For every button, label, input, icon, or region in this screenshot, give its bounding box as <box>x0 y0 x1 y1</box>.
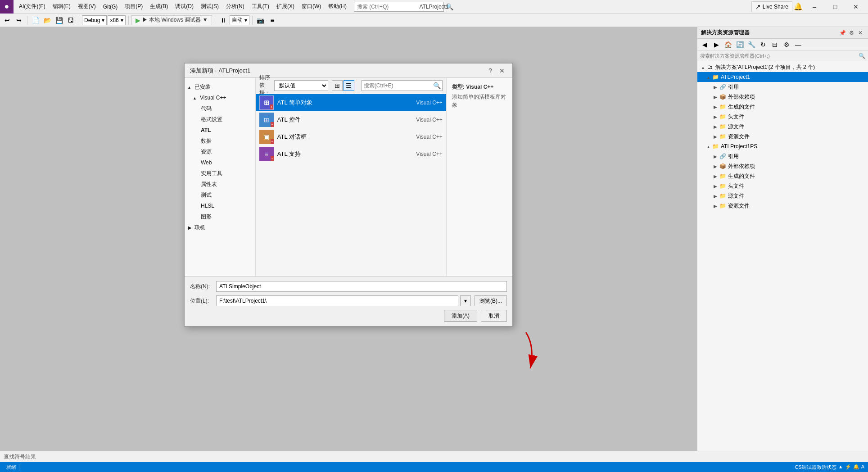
sidebar-property-sheet[interactable]: 属性表 <box>185 179 255 190</box>
sidebar-resources[interactable]: 资源 <box>185 146 255 157</box>
sol-home-button[interactable]: 🏠 <box>723 39 733 50</box>
tree-ps-source[interactable]: ▶ 📁 源文件 <box>697 191 868 201</box>
sidebar-online[interactable]: ▶ 联机 <box>185 222 255 233</box>
start-debug-button[interactable]: ▶ ▶ 本地 Windows 调试器 ▼ <box>131 15 212 25</box>
tree-ps-header[interactable]: ▶ 📁 头文件 <box>697 181 868 191</box>
platform-dropdown[interactable]: x86 ▾ <box>108 15 125 25</box>
name-input[interactable] <box>216 281 507 292</box>
menu-window[interactable]: 窗口(W) <box>298 1 325 12</box>
tree-external-deps[interactable]: ▶ 📦 外部依赖项 <box>697 92 868 102</box>
tree-generated-files[interactable]: ▶ 📁 生成的文件 <box>697 102 868 112</box>
panel-settings-button[interactable]: ⚙ <box>847 29 855 37</box>
tree-atlproject1ps[interactable]: ▴ 📁 ATLProject1PS <box>697 141 868 151</box>
undo-button[interactable]: ↩ <box>2 15 13 26</box>
tree-references[interactable]: ▶ 🔗 引用 <box>697 82 868 92</box>
atl-control-label: ATL 控件 <box>277 116 398 124</box>
solution-panel-title-bar: 解决方案资源管理器 📌 ⚙ ✕ <box>697 27 868 39</box>
camera-button[interactable]: 📷 <box>255 15 266 26</box>
sidebar-code[interactable]: 代码 <box>185 103 255 114</box>
atl-dialog-label: ATL 对话框 <box>277 133 398 141</box>
main-area: 添加新项 - ATLProject1 ? ✕ ▴ 已安装 <box>0 27 868 451</box>
pin-button[interactable]: 📌 <box>838 29 846 37</box>
sol-filter-button[interactable]: 🔧 <box>746 39 757 50</box>
solution-search-input[interactable] <box>700 51 859 60</box>
pause-button[interactable]: ⏸ <box>218 15 229 26</box>
grid-view-button[interactable]: ⊞ <box>332 80 343 91</box>
tree-ps-external-deps[interactable]: ▶ 📦 外部依赖项 <box>697 161 868 171</box>
sidebar-data[interactable]: 数据 <box>185 136 255 146</box>
red-arrow-svg <box>512 328 544 377</box>
menu-analyze[interactable]: 分析(N) <box>222 1 248 12</box>
sidebar-utility[interactable]: 实用工具 <box>185 168 255 179</box>
list-view-button[interactable]: ☰ <box>344 80 354 91</box>
tree-source-files[interactable]: ▶ 📁 源文件 <box>697 122 868 132</box>
sol-settings-button[interactable]: ⚙ <box>781 39 792 50</box>
maximize-button[interactable]: □ <box>825 0 845 14</box>
tree-header-files[interactable]: ▶ 📁 头文件 <box>697 112 868 122</box>
sort-dropdown[interactable]: 默认值 <box>274 80 328 91</box>
menu-extensions[interactable]: 扩展(X) <box>273 1 298 12</box>
tree-ps-resource[interactable]: ▶ 📁 资源文件 <box>697 201 868 211</box>
menu-test[interactable]: 测试(S) <box>197 1 222 12</box>
close-button[interactable]: ✕ <box>845 0 866 14</box>
tree-ps-generated[interactable]: ▶ 📁 生成的文件 <box>697 171 868 181</box>
solution-panel-toolbar: ◀ ▶ 🏠 🔄 🔧 ↻ ⊟ ⚙ — <box>697 39 868 50</box>
solution-root[interactable]: ▴ 🗂 解决方案'ATLProject1'(2 个项目，共 2 个) <box>697 62 868 72</box>
save-all-button[interactable]: 🖫 <box>65 15 76 26</box>
open-file-button[interactable]: 📂 <box>42 15 53 26</box>
menu-view[interactable]: 视图(V) <box>74 1 99 12</box>
minimize-button[interactable]: – <box>804 0 825 14</box>
add-button[interactable]: 添加(A) <box>444 310 477 322</box>
item-atl-simple-object[interactable]: ⊞ + ATL 简单对象 Visual C++ <box>256 94 446 111</box>
sol-refresh-button[interactable]: ↻ <box>758 39 769 50</box>
menu-project[interactable]: 项目(P) <box>121 1 146 12</box>
location-dropdown-button[interactable]: ▾ <box>460 295 471 306</box>
sidebar-test[interactable]: 测试 <box>185 190 255 200</box>
sol-collapse-button[interactable]: ⊟ <box>769 39 780 50</box>
item-atl-control[interactable]: ⊞ + ATL 控件 Visual C++ <box>256 111 446 128</box>
sidebar-web[interactable]: Web <box>185 157 255 168</box>
location-input[interactable] <box>216 295 458 306</box>
sol-sync-button[interactable]: 🔄 <box>734 39 745 50</box>
tree-resource-files[interactable]: ▶ 📁 资源文件 <box>697 132 868 141</box>
dialog-help-button[interactable]: ? <box>485 66 495 76</box>
atl-control-type: Visual C++ <box>398 117 443 123</box>
sidebar-format[interactable]: 格式设置 <box>185 114 255 125</box>
sidebar-visual-cpp[interactable]: ▴ Visual C++ <box>185 92 255 103</box>
auto-dropdown[interactable]: 自动 ▾ <box>230 15 249 25</box>
live-share-button[interactable]: ↗ Live Share <box>751 1 792 12</box>
dialog-close-button[interactable]: ✕ <box>497 66 507 76</box>
save-button[interactable]: 💾 <box>54 15 64 26</box>
tree-ps-references[interactable]: ▶ 🔗 引用 <box>697 151 868 161</box>
menu-ai[interactable]: AI(文件)(F) <box>15 1 49 12</box>
sidebar-graphics[interactable]: 图形 <box>185 211 255 222</box>
solution-search-icon[interactable]: 🔍 <box>859 53 865 59</box>
sol-forward-button[interactable]: ▶ <box>711 39 722 50</box>
sidebar-hlsl[interactable]: HLSL <box>185 200 255 211</box>
menu-edit[interactable]: 编辑(E) <box>49 1 74 12</box>
notification-icon[interactable]: 🔔 <box>794 3 802 11</box>
panel-close-button[interactable]: ✕ <box>856 29 864 37</box>
dialog-search-input[interactable] <box>364 82 431 89</box>
menu-help[interactable]: 帮助(H) <box>325 1 350 12</box>
extra-button[interactable]: ≡ <box>267 15 278 26</box>
ps-references-label: 引用 <box>728 153 739 160</box>
name-label: 名称(N): <box>190 283 212 290</box>
redo-button[interactable]: ↪ <box>14 15 24 26</box>
item-atl-support[interactable]: ≡ + ATL 支持 Visual C++ <box>256 145 446 163</box>
tree-atlproject1[interactable]: ▴ 📁 ATLProject1 <box>697 72 868 82</box>
menu-build[interactable]: 生成(B) <box>146 1 172 12</box>
debug-config-dropdown[interactable]: Debug ▾ <box>82 15 107 25</box>
sidebar-atl[interactable]: ATL <box>185 125 255 136</box>
status-up-arrow: ▲ <box>838 464 843 471</box>
menu-tools[interactable]: 工具(T) <box>248 1 273 12</box>
menu-debug[interactable]: 调试(D) <box>172 1 197 12</box>
new-file-button[interactable]: 📄 <box>30 15 41 26</box>
sol-extra-button[interactable]: — <box>793 39 804 50</box>
cancel-button[interactable]: 取消 <box>481 310 507 322</box>
menu-git[interactable]: Git(G) <box>99 2 122 12</box>
sol-back-button[interactable]: ◀ <box>699 39 710 50</box>
main-toolbar: ↩ ↪ 📄 📂 💾 🖫 Debug ▾ x86 ▾ ▶ ▶ 本地 Windows… <box>0 14 868 27</box>
browse-button[interactable]: 浏览(B)... <box>475 295 507 306</box>
item-atl-dialog[interactable]: ▣ + ATL 对话框 Visual C++ <box>256 128 446 145</box>
